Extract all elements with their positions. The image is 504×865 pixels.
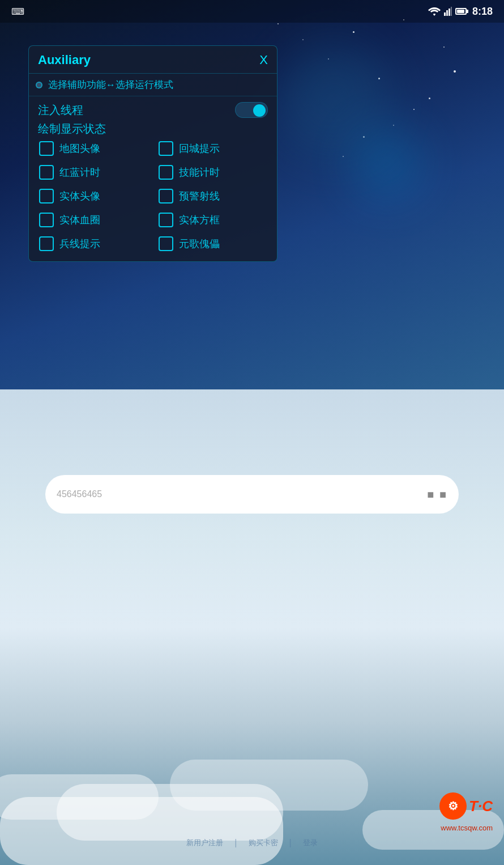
bottom-bar-dots: ■ ■ — [427, 488, 447, 501]
checkbox-warning-line[interactable]: 预警射线 — [153, 184, 272, 208]
wifi-icon — [428, 7, 441, 16]
checkbox-virtual-avatar-box — [159, 236, 173, 251]
checkbox-entity-avatar-label: 实体头像 — [59, 189, 100, 203]
keyboard-icon: ⌨ — [11, 6, 24, 17]
footer-register[interactable]: 新用户注册 — [186, 838, 223, 848]
inject-thread-toggle[interactable] — [235, 102, 268, 118]
tc-logo-label: T·C — [469, 798, 493, 815]
checkbox-map-avatar-label: 地图头像 — [59, 142, 100, 155]
toggle-knob — [253, 104, 266, 117]
status-time: 8:18 — [472, 6, 493, 18]
checkbox-virtual-avatar-label: 元歌傀儡 — [179, 237, 220, 251]
checkbox-entity-frame-box — [159, 213, 173, 227]
checkbox-entity-blood-box — [39, 213, 54, 227]
dialog-title: Auxiliary — [38, 53, 91, 67]
checkbox-skill-timer-box — [159, 165, 173, 180]
footer-links: 新用户注册 | 购买卡密 | 登录 — [0, 838, 504, 848]
checkbox-warning-line-label: 预警射线 — [179, 189, 220, 203]
checkbox-entity-avatar-box — [39, 189, 54, 203]
footer-login[interactable]: 登录 — [303, 838, 318, 848]
dialog-header: Auxiliary X — [29, 46, 277, 74]
checkbox-entity-blood-label: 实体血圈 — [59, 213, 100, 227]
checkbox-skill-timer-label: 技能计时 — [179, 166, 220, 179]
tc-logo: ⚙ T·C — [439, 792, 493, 820]
bottom-input-bar: 456456465 ■ ■ — [45, 475, 459, 514]
checkbox-red-blue-timer-label: 红蓝计时 — [59, 166, 100, 179]
dialog-close-button[interactable]: X — [259, 53, 268, 67]
checkbox-recall-hint-label: 回城提示 — [179, 142, 220, 155]
checkbox-minion-hint-box — [39, 236, 54, 251]
battery-icon — [455, 8, 467, 15]
space-glow-2 — [353, 130, 421, 198]
checkbox-warning-line-box — [159, 189, 173, 203]
auxiliary-dialog: Auxiliary X 选择辅助功能↔选择运行模式 注入线程 绘制显示状态 地图… — [28, 45, 277, 262]
checkbox-recall-hint[interactable]: 回城提示 — [153, 137, 272, 160]
cell-signal-icon — [444, 7, 452, 16]
svg-rect-1 — [446, 10, 448, 16]
svg-rect-3 — [451, 7, 452, 16]
bottom-bar-input[interactable]: 456456465 — [57, 489, 102, 499]
checkbox-map-avatar[interactable]: 地图头像 — [33, 137, 153, 160]
checkbox-entity-blood[interactable]: 实体血圈 — [33, 208, 153, 232]
checkbox-red-blue-timer-box — [39, 165, 54, 180]
footer-buy[interactable]: 购买卡密 — [249, 838, 278, 848]
inject-thread-label: 注入线程 — [38, 103, 83, 118]
footer-divider-2: | — [289, 838, 292, 848]
checkbox-entity-frame-label: 实体方框 — [179, 213, 220, 227]
checkbox-red-blue-timer[interactable]: 红蓝计时 — [33, 160, 153, 184]
tc-logo-icon: ⚙ — [439, 792, 467, 820]
footer-divider-1: | — [234, 838, 237, 848]
checkbox-entity-avatar[interactable]: 实体头像 — [33, 184, 153, 208]
tab-text: 选择辅助功能↔选择运行模式 — [48, 78, 173, 91]
svg-rect-0 — [444, 12, 446, 16]
status-right: 8:18 — [428, 6, 493, 18]
checkbox-entity-frame[interactable]: 实体方框 — [153, 208, 272, 232]
checkbox-minion-hint[interactable]: 兵线提示 — [33, 232, 153, 256]
checkbox-virtual-avatar[interactable]: 元歌傀儡 — [153, 232, 272, 256]
checkbox-minion-hint-label: 兵线提示 — [59, 237, 100, 251]
clouds-layer — [0, 562, 504, 865]
tc-site-url: www.tcsqw.com — [441, 824, 493, 832]
status-bar: ⌨ 8:18 — [0, 0, 504, 23]
checkbox-recall-hint-box — [159, 141, 173, 156]
checkbox-map-avatar-box — [39, 141, 54, 156]
tab-row[interactable]: 选择辅助功能↔选择运行模式 — [29, 74, 277, 96]
draw-state-section: 绘制显示状态 — [29, 121, 277, 137]
svg-rect-2 — [449, 9, 450, 16]
checkbox-skill-timer[interactable]: 技能计时 — [153, 160, 272, 184]
checkbox-grid: 地图头像 回城提示 红蓝计时 技能计时 实体头像 预警射线 实体血圈 — [29, 137, 277, 256]
inject-thread-row: 注入线程 — [29, 96, 277, 121]
tab-indicator — [36, 82, 42, 88]
status-left: ⌨ — [11, 6, 24, 17]
